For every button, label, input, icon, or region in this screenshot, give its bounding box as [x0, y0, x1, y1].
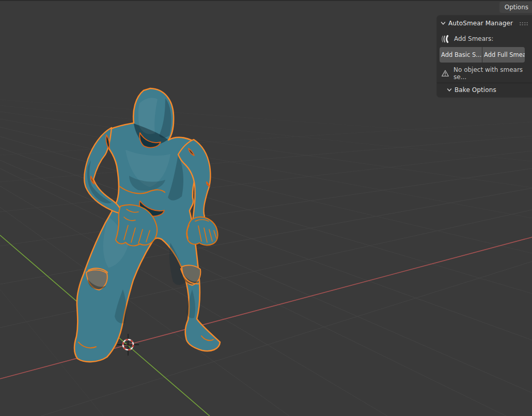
options-button[interactable]: Options — [499, 2, 532, 13]
panel-title: AutoSmear Manager — [448, 20, 513, 27]
character-model[interactable] — [74, 88, 220, 362]
smear-buttons-row: Add Basic S... Add Full Smear — [440, 47, 525, 63]
viewport-top-edge — [0, 0, 532, 1]
bake-options-header[interactable]: Bake Options — [437, 83, 532, 96]
bake-options-title: Bake Options — [455, 86, 496, 94]
autosmear-manager-panel: AutoSmear Manager Add Smears: Add Basic … — [437, 16, 532, 97]
chevron-down-icon[interactable] — [446, 86, 453, 94]
character-right-hand — [186, 217, 217, 245]
add-basic-smear-button[interactable]: Add Basic S... — [440, 47, 482, 63]
add-smears-label: Add Smears: — [454, 35, 493, 42]
viewport-grid — [0, 100, 532, 416]
smear-icon — [441, 35, 450, 43]
chevron-down-icon[interactable] — [440, 20, 447, 27]
warning-icon — [441, 69, 449, 78]
drag-grip-icon[interactable] — [519, 22, 528, 25]
add-full-smear-button[interactable]: Add Full Smear — [482, 47, 525, 63]
add-smears-row: Add Smears: — [437, 32, 532, 45]
blender-3d-viewport[interactable]: Options AutoSmear Manager Add Smears: Ad… — [0, 0, 532, 416]
panel-header[interactable]: AutoSmear Manager — [437, 16, 532, 29]
warning-row: No object with smears se... — [437, 67, 532, 80]
warning-text: No object with smears se... — [453, 66, 525, 81]
